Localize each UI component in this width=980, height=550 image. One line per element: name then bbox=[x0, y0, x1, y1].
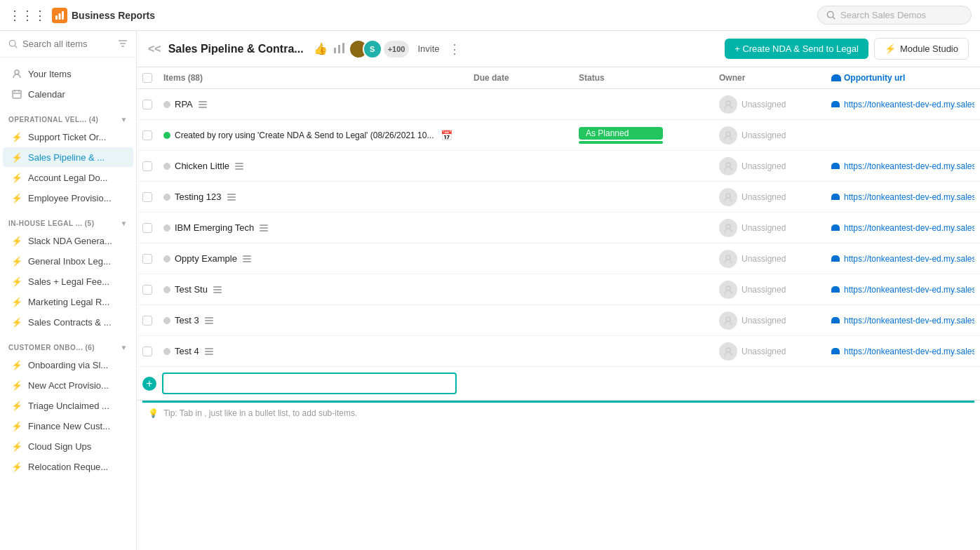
sidebar-item-your-items[interactable]: Your Items bbox=[3, 64, 133, 83]
row6-menu-icon[interactable] bbox=[241, 254, 253, 264]
row6-status bbox=[573, 253, 713, 264]
row6-name-cell[interactable]: Oppty Example bbox=[158, 248, 468, 269]
add-item-button[interactable]: + bbox=[142, 377, 156, 391]
row7-due-date bbox=[468, 284, 573, 295]
row4-sf-url[interactable]: https://tonkeantest-dev-ed.my.salesfor..… bbox=[826, 187, 980, 208]
topbar-search[interactable]: Search Sales Demos bbox=[817, 6, 972, 25]
row3-sf-link-text: https://tonkeantest-dev-ed.my.salesfor..… bbox=[844, 161, 974, 171]
svg-rect-0 bbox=[55, 15, 58, 20]
row6-owner-avatar bbox=[719, 250, 737, 268]
bolt-icon-14: ⚡ bbox=[11, 461, 22, 472]
row7-checkbox-cell bbox=[137, 279, 158, 300]
app-logo: Business Reports bbox=[52, 8, 155, 23]
row3-name: Chicken Little bbox=[175, 161, 229, 171]
grid-icon[interactable]: ⋮⋮⋮ bbox=[8, 8, 46, 23]
sidebar-item-sales-contracts[interactable]: ⚡ Sales Contracts & ... bbox=[3, 312, 133, 332]
row3-menu-icon[interactable] bbox=[234, 161, 245, 171]
row8-name-cell[interactable]: Test 3 bbox=[158, 309, 468, 331]
add-item-input[interactable] bbox=[162, 373, 457, 394]
row2-sf-url bbox=[826, 130, 980, 141]
sidebar-item-finance-new-cust[interactable]: ⚡ Finance New Cust... bbox=[3, 416, 133, 436]
bolt-icon-13: ⚡ bbox=[11, 441, 22, 452]
sidebar-item-sales-pipeline[interactable]: ⚡ Sales Pipeline & ... bbox=[3, 147, 133, 167]
svg-line-6 bbox=[15, 46, 17, 48]
bolt-icon-10: ⚡ bbox=[11, 380, 22, 391]
svg-point-24 bbox=[726, 286, 730, 290]
invite-button[interactable]: Invite bbox=[417, 43, 439, 54]
select-all-checkbox[interactable] bbox=[142, 73, 152, 83]
svg-point-21 bbox=[726, 194, 730, 198]
sidebar-item-cloud-sign-ups[interactable]: ⚡ Cloud Sign Ups bbox=[3, 436, 133, 456]
sidebar-item-new-acct[interactable]: ⚡ New Acct Provisio... bbox=[3, 375, 133, 395]
sidebar-item-relocation[interactable]: ⚡ Relocation Reque... bbox=[3, 457, 133, 476]
thumbs-up-icon[interactable]: 👍 bbox=[314, 42, 328, 55]
bolt-icon-4: ⚡ bbox=[11, 235, 22, 246]
row9-menu-icon[interactable] bbox=[203, 347, 215, 356]
table-row: Testing 123 Unassigned https://tonkeante… bbox=[137, 182, 980, 213]
row6-due-date bbox=[468, 253, 573, 264]
row5-status bbox=[573, 222, 713, 234]
search-input[interactable] bbox=[22, 39, 114, 49]
row3-sf-url[interactable]: https://tonkeantest-dev-ed.my.salesfor..… bbox=[826, 156, 980, 177]
row7-menu-icon[interactable] bbox=[212, 285, 223, 295]
row5-checkbox[interactable] bbox=[142, 223, 152, 233]
row4-name-cell[interactable]: Testing 123 bbox=[158, 186, 468, 208]
row7-owner-text: Unassigned bbox=[741, 285, 786, 295]
row7-checkbox[interactable] bbox=[142, 285, 152, 295]
sidebar-item-triage-unclaimed[interactable]: ⚡ Triage Unclaimed ... bbox=[3, 396, 133, 415]
row6-sf-url[interactable]: https://tonkeantest-dev-ed.my.salesfor..… bbox=[826, 248, 980, 269]
row5-menu-icon[interactable] bbox=[258, 223, 269, 233]
row8-sf-link-text: https://tonkeantest-dev-ed.my.salesfor..… bbox=[844, 316, 974, 326]
row8-sf-url[interactable]: https://tonkeantest-dev-ed.my.salesfor..… bbox=[826, 310, 980, 331]
sidebar-item-onboarding-slack[interactable]: ⚡ Onboarding via Sl... bbox=[3, 355, 133, 375]
row2-name-cell[interactable]: Created by rory using 'Create NDA & Send… bbox=[158, 124, 468, 147]
svg-line-4 bbox=[833, 17, 835, 19]
sidebar-item-slack-nda[interactable]: ⚡ Slack NDA Genera... bbox=[3, 231, 133, 250]
row5-sf-url[interactable]: https://tonkeantest-dev-ed.my.salesfor..… bbox=[826, 217, 980, 239]
svg-point-23 bbox=[726, 255, 730, 260]
row1-checkbox[interactable] bbox=[142, 100, 152, 109]
bolt-icon-3: ⚡ bbox=[11, 192, 22, 203]
row4-checkbox[interactable] bbox=[142, 192, 152, 202]
table-container: Items (88) Due date Status Owner Opportu… bbox=[137, 67, 980, 550]
row9-sf-url[interactable]: https://tonkeantest-dev-ed.my.salesfor..… bbox=[826, 341, 980, 362]
sidebar-item-marketing-legal[interactable]: ⚡ Marketing Legal R... bbox=[3, 292, 133, 311]
section-inhouse-header[interactable]: IN-HOUSE LEGAL ... (5) ▼ bbox=[0, 217, 136, 230]
row9-owner-text: Unassigned bbox=[741, 347, 786, 356]
row6-sf-icon bbox=[831, 255, 840, 262]
filter-icon[interactable] bbox=[118, 38, 128, 50]
row7-name-cell[interactable]: Test Stu bbox=[158, 279, 468, 300]
row9-checkbox[interactable] bbox=[142, 347, 152, 356]
sidebar-item-support-ticket[interactable]: ⚡ Support Ticket Or... bbox=[3, 127, 133, 147]
section-customer-header[interactable]: CUSTOMER ONBO... (6) ▼ bbox=[0, 341, 136, 354]
row7-sf-url[interactable]: https://tonkeantest-dev-ed.my.salesfor..… bbox=[826, 279, 980, 300]
sidebar-item-account-legal[interactable]: ⚡ Account Legal Do... bbox=[3, 168, 133, 187]
employee-prov-label: Employee Provisio... bbox=[28, 193, 112, 203]
row3-name-cell[interactable]: Chicken Little bbox=[158, 155, 468, 177]
sidebar-item-sales-legal[interactable]: ⚡ Sales + Legal Fee... bbox=[3, 271, 133, 291]
row2-checkbox[interactable] bbox=[142, 130, 152, 140]
sidebar-item-employee-prov[interactable]: ⚡ Employee Provisio... bbox=[3, 188, 133, 208]
create-nda-button[interactable]: + Create NDA & Send to Legal bbox=[725, 39, 868, 59]
row2-status-badge: As Planned bbox=[579, 127, 663, 140]
row5-name-cell[interactable]: IBM Emerging Tech bbox=[158, 217, 468, 239]
page-title: Sales Pipeline & Contra... bbox=[168, 43, 304, 55]
nav-back-button[interactable]: << bbox=[148, 43, 161, 55]
chart-icon[interactable] bbox=[333, 41, 346, 57]
sidebar-item-general-inbox[interactable]: ⚡ General Inbox Leg... bbox=[3, 251, 133, 271]
row9-name-cell[interactable]: Test 4 bbox=[158, 340, 468, 362]
module-studio-button[interactable]: ⚡ Module Studio bbox=[874, 38, 969, 60]
row6-checkbox[interactable] bbox=[142, 254, 152, 264]
row8-menu-icon[interactable] bbox=[203, 316, 215, 326]
row3-checkbox[interactable] bbox=[142, 161, 152, 171]
user-icon bbox=[11, 68, 22, 79]
row1-menu-icon[interactable] bbox=[197, 100, 208, 109]
section-operational-header[interactable]: OPERATIONAL VEL... (4) ▼ bbox=[0, 113, 136, 126]
sidebar-item-calendar[interactable]: Calendar bbox=[3, 84, 133, 104]
row8-checkbox[interactable] bbox=[142, 316, 152, 326]
row4-menu-icon[interactable] bbox=[226, 192, 237, 202]
col-status: Status bbox=[573, 73, 713, 83]
more-options-icon[interactable]: ⋮ bbox=[448, 41, 461, 57]
row1-sf-url[interactable]: https://tonkeantest-dev-ed.my.salesfor..… bbox=[826, 94, 980, 115]
row1-name-cell[interactable]: RPA bbox=[158, 93, 468, 115]
